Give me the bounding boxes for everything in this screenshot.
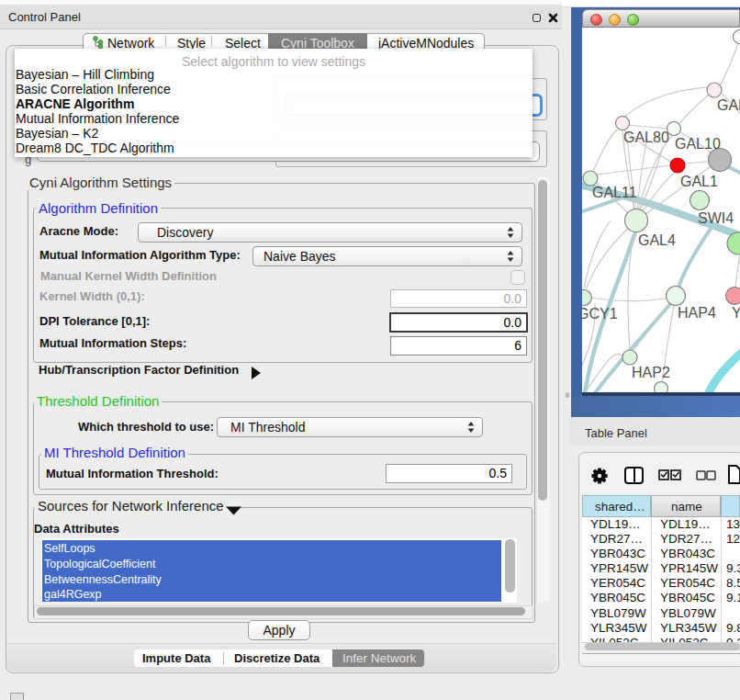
svg-text:GAL4: GAL4 bbox=[638, 232, 676, 248]
svg-text:GAL10: GAL10 bbox=[675, 136, 721, 152]
svg-text:SWI4: SWI4 bbox=[698, 210, 734, 226]
svg-text:GAL80: GAL80 bbox=[623, 130, 669, 145]
svg-text:GAL1: GAL1 bbox=[680, 174, 718, 189]
svg-text:GAL11: GAL11 bbox=[592, 185, 637, 200]
svg-text:YJ: YJ bbox=[732, 305, 740, 321]
svg-text:GCY1: GCY1 bbox=[582, 306, 618, 322]
svg-text:GAL7: GAL7 bbox=[717, 97, 740, 113]
svg-text:HAP2: HAP2 bbox=[632, 365, 670, 380]
svg-text:HAP4: HAP4 bbox=[678, 305, 716, 321]
